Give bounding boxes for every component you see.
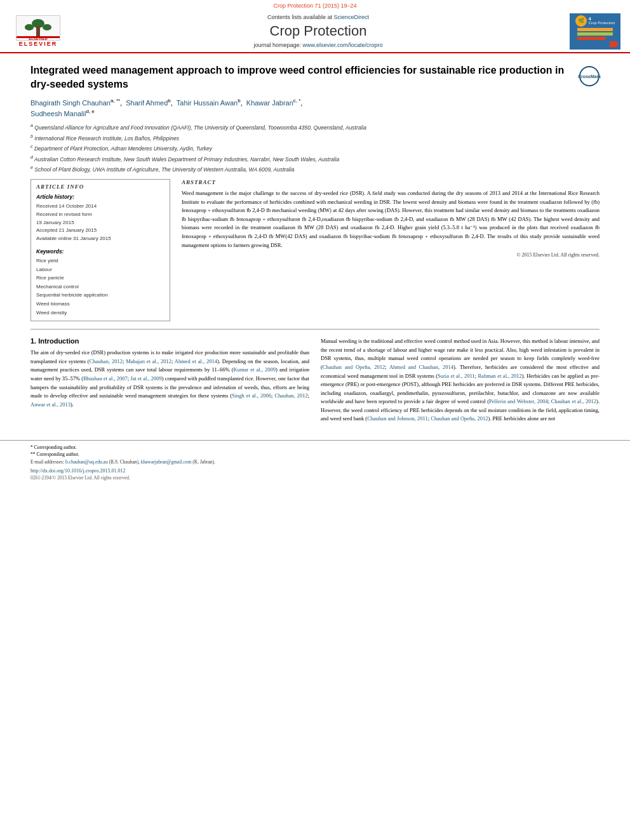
header-inner: ELSEVIER ELSEVIER Contents lists availab… <box>0 10 630 52</box>
history-label: Article history: <box>36 194 164 200</box>
ref-chauhan-johnson2011[interactable]: Chauhan and Johnson, 2011 <box>367 415 428 422</box>
intro-col-left: 1. Introduction The aim of dry-seeded ri… <box>30 337 309 427</box>
history-received: Received 14 October 2014 <box>36 203 164 211</box>
history-revised-date: 19 January 2015 <box>36 219 164 227</box>
crossmark-badge: CrossMark <box>579 66 600 86</box>
keyword-1: Rice yield <box>36 257 164 265</box>
intro-heading: 1. Introduction <box>30 337 309 345</box>
ref-chauhan-opena2012b[interactable]: Chauhan and Opeña, 2012 <box>431 415 488 422</box>
svg-point-3 <box>43 24 51 30</box>
keyword-2: Labour <box>36 265 164 274</box>
article-info-box: Article Info Article history: Received 1… <box>30 179 170 321</box>
svg-rect-4 <box>36 26 40 36</box>
ref-rahman2012[interactable]: Rahman et al., 2012 <box>478 373 521 379</box>
keyword-7: Weed density <box>36 309 164 317</box>
author-chauhan[interactable]: Bhagirath Singh Chauhan <box>30 98 111 106</box>
journal-ref: Crop Protection 71 (2015) 19–24 <box>273 3 356 9</box>
footnote-corresponding2: ** Corresponding author. <box>30 451 600 457</box>
author-ahmed[interactable]: Sharif Ahmed <box>126 98 168 106</box>
article-info-section-label: Article Info <box>36 183 164 190</box>
ref-chauhan2012c[interactable]: Chauhan et al., 2012 <box>551 398 596 404</box>
ref-chauhan-opena2012[interactable]: Chauhan and Opeña, 2012 <box>323 364 385 370</box>
keyword-5: Sequential herbicide application <box>36 291 164 300</box>
intro-body-right: Manual weeding is the traditional and ef… <box>321 337 600 423</box>
badge-arrow <box>610 41 619 48</box>
email2-suffix: (K. Jabran). <box>192 459 215 465</box>
ref-pellerin2004[interactable]: Pellerin and Webster, 2004 <box>489 398 548 404</box>
svg-text:ELSEVIER: ELSEVIER <box>29 37 48 40</box>
email-label: E-mail addresses: <box>30 459 64 465</box>
homepage-line: journal homepage: www.elsevier.com/locat… <box>253 42 382 48</box>
section-divider <box>30 329 600 330</box>
intro-col-right: Manual weeding is the traditional and ef… <box>321 337 600 427</box>
homepage-url[interactable]: www.elsevier.com/locate/cropro <box>303 42 383 48</box>
ref-singh2006[interactable]: Singh et al., 2006 <box>232 392 271 399</box>
footer-doi[interactable]: http://dx.doi.org/10.1016/j.cropro.2015.… <box>30 468 600 474</box>
ref-mahajan2012[interactable]: Mahajan et al., 2012 <box>126 358 171 364</box>
sciencedirect-link[interactable]: ScienceDirect <box>334 14 370 20</box>
svg-point-2 <box>25 24 34 30</box>
journal-header: Crop Protection 71 (2015) 19–24 <box>0 0 630 53</box>
info-abstract-section: Article Info Article history: Received 1… <box>30 179 600 321</box>
badge-line-3 <box>577 37 606 40</box>
badge-text: 4 Crop Protection <box>589 17 615 25</box>
footer-issn: 0261-2194/© 2015 Elsevier Ltd. All right… <box>30 475 600 481</box>
author-manalil[interactable]: Sudheesh Manalil <box>30 110 86 117</box>
intro-body-left: The aim of dry-seeded rice (DSR) product… <box>30 349 309 409</box>
abstract-rights: © 2015 Elsevier Ltd. All rights reserved… <box>182 252 600 258</box>
introduction-section: 1. Introduction The aim of dry-seeded ri… <box>30 337 600 427</box>
footnote-corresponding1: * Corresponding author. <box>30 444 600 450</box>
affiliations: a Queensland Alliance for Agriculture an… <box>30 123 600 174</box>
authors-line: Bhagirath Singh Chauhana, **, Sharif Ahm… <box>30 97 600 119</box>
email1-name: (B.S. Chauhan), <box>109 459 140 465</box>
ref-bhushan2007[interactable]: Bhushan et al., 2007 <box>83 375 128 382</box>
keywords-label: Keywords: <box>36 248 164 255</box>
elsevier-logo-text: ELSEVIER ELSEVIER <box>16 15 60 47</box>
badge-top: 🌿 4 Crop Protection <box>575 15 615 27</box>
affil-a: a Queensland Alliance for Agriculture an… <box>30 123 600 132</box>
history-accepted: Accepted 21 January 2015 <box>36 227 164 235</box>
article-info-col: Article Info Article history: Received 1… <box>30 179 170 321</box>
affil-b: b International Rice Research Institute,… <box>30 133 600 143</box>
keyword-6: Weed biomass <box>36 300 164 309</box>
ref-ahmed-chauhan2014[interactable]: Ahmed and Chauhan, 2014 <box>389 364 453 370</box>
abstract-col: Abstract Weed management is the major ch… <box>182 179 600 321</box>
contents-label: Contents lists available at <box>267 14 332 20</box>
elsevier-name: ELSEVIER <box>19 41 58 47</box>
affil-e: e School of Plant Biology, UWA Institute… <box>30 164 600 174</box>
ref-ahmed2014[interactable]: Ahmed et al., 2014 <box>175 358 217 364</box>
doi-link[interactable]: http://dx.doi.org/10.1016/j.cropro.2015.… <box>30 468 125 474</box>
badge-title: Crop Protection <box>589 21 615 25</box>
ref-anwar2013[interactable]: Anwar et al., 2013 <box>30 401 70 408</box>
history-online: Available online 31 January 2015 <box>36 235 164 243</box>
history-revised-label: Received in revised form <box>36 211 164 219</box>
article-title: Integrated weed management approach to i… <box>30 63 573 92</box>
email-chauhan[interactable]: b.chauhan@uq.edu.au <box>65 459 108 465</box>
article-area: Integrated weed management approach to i… <box>0 53 630 434</box>
footer-email-note: E-mail addresses: b.chauhan@uq.edu.au (B… <box>30 458 600 465</box>
affil-d: d Australian Cotton Research Institute, … <box>30 154 600 164</box>
keyword-4: Mechanical control <box>36 283 164 291</box>
ref-jat2009[interactable]: Jat et al., 2009 <box>130 375 161 382</box>
keyword-3: Rice panicle <box>36 274 164 283</box>
header-right: 🌿 4 Crop Protection <box>560 10 630 52</box>
journal-title-display: Crop Protection <box>270 23 367 39</box>
ref-kumar2009[interactable]: Kumar et al., 2009 <box>234 366 276 373</box>
abstract-label: Abstract <box>182 179 600 185</box>
ref-chauhan2012b[interactable]: Chauhan, 2012 <box>274 392 307 399</box>
elsevier-logo: ELSEVIER ELSEVIER <box>0 10 76 52</box>
crop-icon: 🌿 <box>575 15 587 27</box>
email-jabran[interactable]: khawarjabran@gmail.com <box>141 459 192 465</box>
author-awan[interactable]: Tahir Hussain Awan <box>177 98 238 106</box>
badge-line-2 <box>577 32 613 36</box>
header-center: Contents lists available at ScienceDirec… <box>76 10 560 52</box>
abstract-text: Weed management is the major challenge t… <box>182 189 600 250</box>
badge-lines <box>577 28 613 40</box>
title-row: Integrated weed management approach to i… <box>30 63 600 97</box>
footer-area: * Corresponding author. ** Corresponding… <box>0 440 630 484</box>
homepage-label: journal homepage: <box>253 42 301 48</box>
ref-suria2011[interactable]: Suria et al., 2011 <box>438 373 475 379</box>
author-jabran[interactable]: Khawar Jabran <box>246 98 293 106</box>
ref-chauhan2012[interactable]: Chauhan, 2012 <box>90 358 123 364</box>
crop-protection-badge: 🌿 4 Crop Protection <box>570 13 620 50</box>
